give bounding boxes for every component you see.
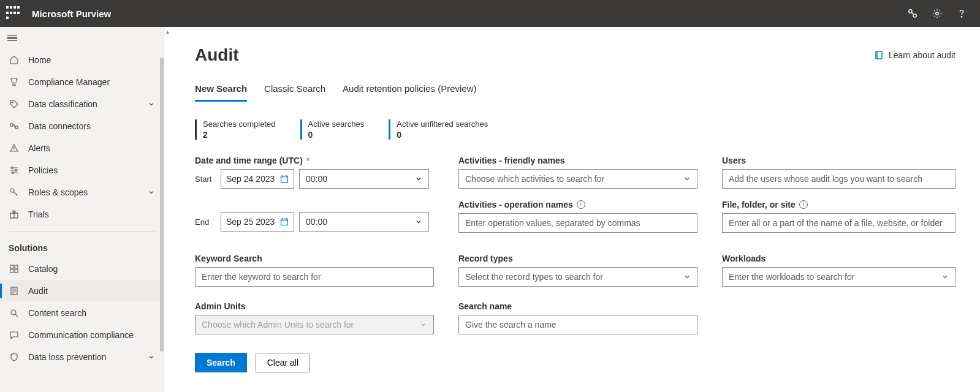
nav-communication-compliance[interactable]: Communication compliance: [0, 324, 164, 346]
sliders-icon: [9, 165, 20, 176]
solutions-heading: Solutions: [0, 238, 164, 258]
nav-label: Catalog: [28, 264, 155, 274]
nav-catalog[interactable]: Catalog: [0, 258, 164, 280]
admin-units-select[interactable]: Choose which Admin Units to search for: [195, 315, 434, 334]
svg-point-2: [936, 12, 939, 15]
nav-label: Data connectors: [28, 121, 155, 131]
activities-friendly-label: Activities - friendly names: [458, 156, 697, 165]
gift-icon: [9, 209, 20, 220]
start-date-input[interactable]: Sep 24 2023: [221, 169, 294, 189]
chevron-down-icon: [148, 353, 155, 361]
admin-label: Admin Units: [195, 301, 434, 311]
app-launcher-icon[interactable]: [6, 6, 21, 21]
sidebar-scrollbar[interactable]: [160, 58, 164, 352]
learn-about-link[interactable]: Learn about audit: [874, 50, 955, 60]
svg-rect-20: [281, 219, 288, 225]
tab-retention-policies[interactable]: Audit retention policies (Preview): [343, 80, 476, 102]
start-label: Start: [195, 175, 216, 184]
nav-label: Content search: [28, 308, 155, 318]
search-icon: [9, 307, 20, 318]
field-admin-units: Admin Units Choose which Admin Units to …: [195, 301, 434, 334]
end-label: End: [195, 217, 216, 227]
users-input[interactable]: [722, 169, 955, 189]
svg-rect-19: [281, 176, 288, 183]
filefolder-label: File, folder, or site: [722, 200, 796, 209]
nav-data-connectors[interactable]: Data connectors: [0, 115, 164, 137]
record-select[interactable]: Select the record types to search for: [458, 267, 697, 287]
nav-alerts[interactable]: Alerts: [0, 137, 164, 159]
svg-rect-12: [10, 265, 13, 268]
workloads-select[interactable]: Enter the workloads to search for: [722, 267, 955, 287]
activities-op-input[interactable]: [458, 213, 697, 233]
nav-roles-scopes[interactable]: Roles & scopes: [0, 181, 164, 203]
search-button[interactable]: Search: [195, 353, 247, 372]
nav-label: Data classification: [28, 99, 139, 109]
audit-icon: [9, 285, 20, 296]
key-icon: [9, 187, 20, 198]
start-time-select[interactable]: 00:00: [299, 169, 429, 189]
record-placeholder: Select the record types to search for: [465, 272, 603, 282]
tabs: New Search Classic Search Audit retentio…: [195, 80, 955, 102]
nav-trials[interactable]: Trials: [0, 203, 164, 225]
info-icon[interactable]: i: [799, 200, 808, 209]
nav-home[interactable]: Home: [0, 49, 164, 71]
help-icon[interactable]: [949, 1, 974, 26]
connector-icon: [9, 121, 20, 132]
tab-new-search[interactable]: New Search: [195, 80, 247, 102]
svg-rect-6: [15, 126, 18, 129]
filefolder-input[interactable]: [722, 213, 955, 233]
stat-active-searches: Active searches 0: [300, 119, 365, 140]
clear-all-button[interactable]: Clear all: [256, 353, 310, 372]
field-date-range: Date and time range (UTC) * Start Sep 24…: [195, 156, 434, 239]
hamburger-icon[interactable]: [0, 27, 25, 49]
tab-classic-search[interactable]: Classic Search: [264, 80, 325, 102]
chevron-down-icon: [148, 189, 155, 196]
nav-label: Trials: [28, 209, 155, 219]
sidebar: Home Compliance Manager Data classificat…: [0, 27, 164, 392]
nav-label: Home: [28, 55, 155, 65]
activities-friendly-select[interactable]: Choose which activities to search for: [458, 169, 697, 189]
chevron-down-icon: [148, 100, 155, 108]
start-date-value: Sep 24 2023: [226, 174, 275, 184]
workloads-placeholder: Enter the workloads to search for: [729, 272, 854, 282]
keyword-input[interactable]: [195, 267, 434, 287]
nav-label: Compliance Manager: [28, 77, 155, 87]
alert-icon: [9, 143, 20, 154]
svg-point-3: [961, 17, 962, 17]
stat-active-unfiltered: Active unfiltered searches 0: [389, 119, 488, 140]
nav-data-loss-prevention[interactable]: Data loss prevention: [0, 346, 164, 368]
stat-value: 0: [308, 130, 365, 140]
svg-point-17: [11, 310, 16, 315]
nav-policies[interactable]: Policies: [0, 159, 164, 181]
activities-friendly-placeholder: Choose which activities to search for: [465, 174, 604, 184]
end-time-value: 00:00: [306, 217, 327, 227]
activities-op-label: Activities - operation names: [458, 200, 573, 209]
searchname-input[interactable]: [458, 315, 697, 334]
admin-placeholder: Choose which Admin Units to search for: [202, 320, 354, 330]
settings-icon[interactable]: [925, 1, 949, 26]
field-users-files: Users File, folder, or site i: [722, 156, 955, 233]
end-time-select[interactable]: 00:00: [299, 212, 429, 232]
start-time-value: 00:00: [306, 174, 327, 184]
stat-searches-completed: Searches completed 2: [195, 119, 276, 140]
nav-audit[interactable]: Audit: [0, 280, 164, 302]
stat-label: Active searches: [308, 119, 365, 129]
calendar-icon: [280, 175, 289, 183]
scroll-up-icon[interactable]: ▴: [164, 27, 170, 36]
calendar-icon: [280, 217, 289, 226]
end-date-input[interactable]: Sep 25 2023: [221, 212, 294, 232]
field-workloads: Workloads Enter the workloads to search …: [722, 254, 955, 287]
nav-label: Roles & scopes: [28, 187, 139, 197]
nav-content-search[interactable]: Content search: [0, 302, 164, 324]
chevron-down-icon: [683, 175, 691, 183]
nav-data-classification[interactable]: Data classification: [0, 93, 164, 115]
workloads-label: Workloads: [722, 254, 955, 263]
info-icon[interactable]: i: [577, 200, 585, 209]
connections-icon[interactable]: [900, 1, 925, 26]
stat-value: 0: [397, 130, 488, 140]
grid-icon: [9, 263, 20, 274]
top-header: Microsoft Purview: [0, 0, 980, 27]
svg-point-7: [12, 167, 13, 169]
stat-value: 2: [203, 130, 276, 140]
nav-compliance-manager[interactable]: Compliance Manager: [0, 71, 164, 93]
